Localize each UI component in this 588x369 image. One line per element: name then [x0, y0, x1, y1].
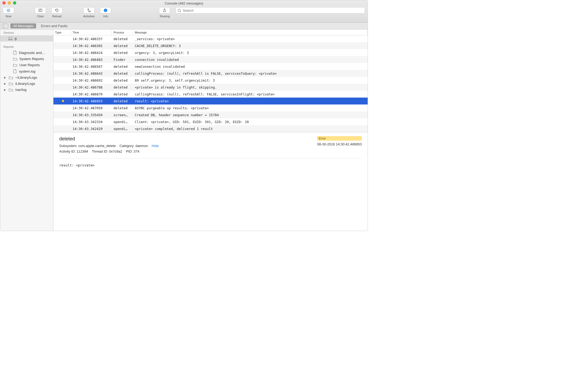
filter-bar: All Messages Errors and Faults: [0, 23, 368, 30]
column-header-process[interactable]: Process: [112, 30, 133, 35]
sidebar-header-devices: Devices: [0, 30, 53, 35]
log-row[interactable]: 14:30:42.486870deletedcallingProcess: (n…: [53, 91, 368, 98]
sidebar-item[interactable]: ▶/var/log: [0, 87, 53, 93]
sidebar-item-label: User Reports: [19, 63, 40, 67]
cell-process: deleted: [112, 99, 133, 103]
log-row[interactable]: 14:30:42.486365deletedCACHE_DELETE_URGEN…: [53, 42, 368, 49]
svg-rect-8: [9, 37, 12, 39]
reload-label: Reload: [52, 15, 62, 18]
log-rows[interactable]: 14:30:42.486337deleted_services: <privat…: [53, 35, 368, 132]
tab-errors-faults[interactable]: Errors and Faults: [38, 23, 70, 28]
activity-id-label: Activity ID:: [59, 149, 75, 153]
cell-message: callingProcess: (null), refreshAll: FALS…: [133, 92, 368, 96]
sharing-button[interactable]: [159, 7, 170, 14]
cell-process: deleted: [112, 44, 133, 48]
reload-icon: [55, 8, 59, 12]
cell-time: 14:30:42.486788: [71, 85, 112, 89]
sidebar-item[interactable]: ▶User Reports: [0, 62, 53, 68]
sidebar-item[interactable]: ▶Diagnostic and…: [0, 49, 53, 56]
log-row[interactable]: 14:30:42.486337deleted_services: <privat…: [53, 35, 368, 42]
detail-body: result: <private>: [59, 163, 362, 167]
cell-type: [53, 100, 71, 102]
log-row[interactable]: 14:30:42.486788deleted<private> is alrea…: [53, 84, 368, 91]
category-value: daemon: [135, 144, 148, 148]
svg-rect-2: [39, 9, 42, 11]
cell-time: 14:30:42.486337: [71, 37, 112, 41]
cell-time: 14:30:42.486870: [71, 92, 112, 96]
cell-process: opendi…: [112, 120, 133, 124]
cell-time: 14:30:42.486424: [71, 51, 112, 55]
clear-button[interactable]: [35, 7, 46, 14]
minimize-button[interactable]: [8, 1, 11, 5]
document-icon: [13, 69, 17, 73]
detail-title: deleted: [59, 136, 159, 142]
share-icon: [162, 8, 167, 12]
log-row[interactable]: 14:30:42.486953deletedresult: <private>: [53, 98, 368, 104]
sidebar-item-label: /Library/Logs: [15, 82, 35, 86]
sidebar-item-label: ~/Library/Logs: [15, 76, 37, 79]
document-icon: [13, 51, 17, 55]
column-header-message[interactable]: Message: [133, 30, 368, 35]
cell-time: 14:30:42.486483: [71, 58, 112, 62]
cell-time: 14:30:42.486567: [71, 65, 112, 69]
sidebar-toggle-button[interactable]: [2, 24, 8, 28]
info-icon: i: [103, 8, 108, 12]
cell-time: 14:30:42.487050: [71, 106, 112, 110]
table-header: Type Time Process Message: [53, 30, 368, 35]
cell-message: _services: <private>: [133, 37, 368, 41]
sidebar-item-label: system.log: [19, 69, 35, 73]
log-row[interactable]: 14:30:42.487050deletedASYNC purgeable op…: [53, 104, 368, 111]
disclosure-arrow-icon: ▶: [4, 76, 7, 79]
hide-link[interactable]: Hide: [152, 144, 159, 148]
svg-point-3: [88, 9, 89, 10]
cell-time: 14:30:42.486692: [71, 78, 112, 82]
cell-process: Finder: [112, 58, 133, 62]
activities-button[interactable]: [83, 7, 95, 14]
info-button[interactable]: i: [100, 7, 111, 14]
column-header-type[interactable]: Type: [53, 30, 71, 35]
disclosure-arrow-icon: ▶: [4, 82, 7, 85]
search-input[interactable]: [175, 7, 365, 14]
activity-id-value: 112384: [77, 149, 88, 153]
maximize-button[interactable]: [13, 1, 16, 5]
info-label: Info: [103, 15, 108, 18]
log-row[interactable]: 14:30:42.486483Finderconnection invalida…: [53, 56, 368, 63]
log-row[interactable]: 14:30:42.486643deletedcallingProcess: (n…: [53, 70, 368, 77]
sidebar-item-device[interactable]: g: [0, 35, 53, 41]
folder-icon: [9, 76, 13, 79]
sidebar-header-reports: Reports: [0, 44, 53, 49]
subsystem-label: Subsystem:: [59, 144, 77, 148]
cell-process: deleted: [112, 85, 133, 89]
disclosure-arrow-icon: ▶: [4, 88, 7, 91]
sidebar-item[interactable]: ▶/Library/Logs: [0, 81, 53, 87]
reload-button[interactable]: [51, 7, 62, 14]
sidebar-item[interactable]: ▶~/Library/Logs: [0, 74, 53, 81]
tab-all-messages[interactable]: All Messages: [10, 23, 36, 28]
column-header-time[interactable]: Time: [71, 30, 112, 35]
sidebar-item[interactable]: ▶system.log: [0, 68, 53, 74]
log-row[interactable]: 14:30:42.486424deletedurgency: 3, urgenc…: [53, 49, 368, 56]
cell-message: urgency: 3, urgencyLimit: 3: [133, 51, 368, 55]
cell-process: deleted: [112, 72, 133, 76]
now-button[interactable]: [3, 7, 14, 14]
cell-message: newConnection invalidated: [133, 65, 368, 69]
titlebar: Console (482 messages): [0, 0, 368, 6]
cell-time: 14:30:42.486953: [71, 99, 112, 103]
folder-icon: [9, 82, 13, 85]
log-row[interactable]: 14:30:43.342334opendi…Client: <private>,…: [53, 118, 368, 125]
log-row[interactable]: 14:30:43.335450screen…Created DB, header…: [53, 111, 368, 118]
log-row[interactable]: 14:30:42.486567deletednewConnection inva…: [53, 63, 368, 70]
laptop-icon: [8, 37, 12, 40]
cell-process: deleted: [112, 37, 133, 41]
log-row[interactable]: 14:30:43.342429opendi…<private> complete…: [53, 125, 368, 132]
sidebar-item[interactable]: ▶System Reports: [0, 56, 53, 62]
log-row[interactable]: 14:30:42.486692deleted89 self.urgency: 3…: [53, 77, 368, 84]
search-icon: [177, 9, 182, 13]
cell-message: connection invalidated: [133, 58, 368, 62]
cell-time: 14:30:43.342429: [71, 127, 112, 131]
close-button[interactable]: [2, 1, 6, 5]
cell-message: <private> completed, delivered 1 result: [133, 127, 368, 131]
folder-icon: [13, 63, 17, 67]
sidebar-item-label: System Reports: [19, 57, 44, 61]
status-dot-icon: [62, 100, 64, 102]
